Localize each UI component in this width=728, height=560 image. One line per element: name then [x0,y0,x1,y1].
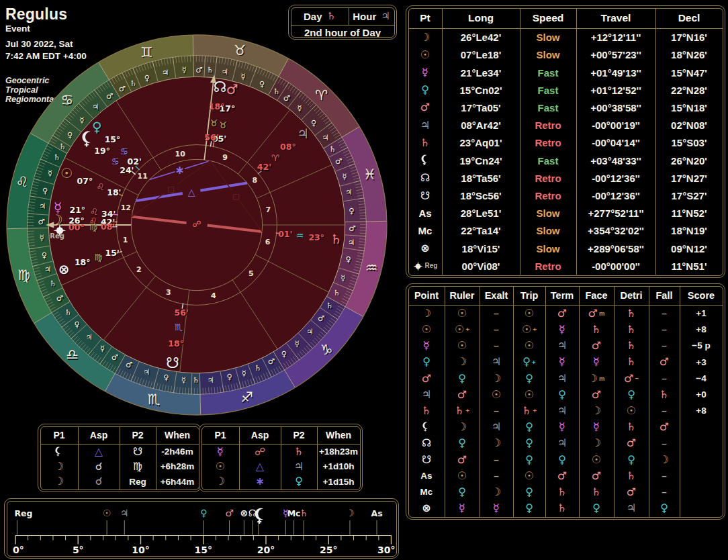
glyph-icon: ☽ [492,373,501,384]
aspect-p1[interactable]: ☿ [202,445,240,459]
speed-value: Fast [520,64,577,81]
aspect-p1[interactable]: ☉ [202,459,240,474]
pt-cell-sun[interactable]: ☉ [409,46,443,64]
label: – [662,487,667,497]
moon-icon: ☽ [422,308,431,319]
pt-cell-jupiter[interactable]: ♃ [409,117,443,134]
dignity-cell: ☉ [580,452,615,468]
declination-value: 18°N26' [656,46,723,64]
aspect-p1[interactable]: ☽ [41,474,79,489]
term-cancer-icon: ☿ [79,115,84,125]
dignity-point-venus[interactable]: ♀ [409,354,445,370]
sun-icon: ☉ [60,165,73,181]
dignity-cell: ♂ [615,484,649,500]
moon-icon: ☽ [420,32,430,43]
term-libra-icon: ☿ [100,344,105,353]
part-of-fortune-icon: ⊗ [58,261,70,277]
term-aries-icon: ♂ [283,93,290,103]
dignity-score: −5 p [680,338,723,354]
longitude-value: 18°Ta56' [443,169,520,187]
positions-header-long: Long [443,9,520,29]
glyph-icon: ♄ [627,340,636,351]
dignity-cell: – [649,306,680,322]
dignity-score [680,500,723,516]
aspect-when: +6h28m [156,459,199,474]
aspect-p1[interactable]: ☽ [202,474,240,489]
speed-value: Fast [520,99,577,116]
dignity-score: +8 [680,403,723,419]
travel-value: -00°12'36'' [577,187,656,204]
dignity-cell: – [649,484,680,500]
glyph-icon: ♂ [624,373,633,384]
glyph-icon: ♂ [557,471,567,481]
dignity-header-point: Point [409,287,445,306]
travel-value: +289°06'58'' [577,240,656,257]
pt-cell-moon[interactable]: ☽ [409,29,443,46]
speed-value: Fast [520,152,577,169]
speed-value: Slow [520,222,577,240]
dignity-point-lilith[interactable] [409,419,445,435]
pt-cell-mars[interactable]: ♂ [409,99,443,116]
label: m [599,375,604,382]
dignity-point-moon[interactable]: ☽ [409,306,445,322]
aspect-when: +1d10h [318,459,360,474]
glyph-icon: ♂ [592,340,601,351]
dignity-point-sun[interactable]: ☉ [409,322,445,338]
dignity-point-jupiter[interactable]: ♃ [409,387,445,403]
minute-label: 34' [101,209,116,219]
aspect-p1[interactable]: ☽ [41,459,79,474]
term-capricorn-icon: ♄ [326,301,333,310]
declination-value: 26°N20' [656,152,723,169]
sign-sagittarius-icon: ♐ [240,389,253,406]
dignity-point-ascendant[interactable]: As [409,468,445,484]
dignity-score: +3 [680,354,723,370]
dignity-cell: ♄ [580,322,615,338]
term-sagittarius-icon: ♀ [227,372,232,381]
label: – [494,471,499,481]
dignity-score: +0 [680,387,723,403]
dignity-point-south-node[interactable]: ☋ [409,452,445,468]
glyph-icon: ☉ [457,340,467,351]
dignity-cell: ♀ [445,435,480,451]
sign-virgo-icon: ♍ [17,267,30,283]
glyph-icon: ☽ [54,476,64,487]
dignity-point-mars[interactable]: ♂ [409,370,445,386]
dignity-cell: ☿ [546,322,580,338]
pt-cell-south-node[interactable]: ☋ [409,187,443,204]
pt-cell-part-of-fortune[interactable]: ⊗ [409,240,443,257]
label: + [533,326,537,333]
sign-gemini-icon: ♊ [140,44,153,60]
glyph-icon: ☽ [216,476,225,487]
pt-cell-mercury[interactable]: ☿ [409,64,443,81]
glyph-icon: ♀ [458,438,466,449]
square-aspect-icon: □ [232,192,239,201]
pt-cell-lilith[interactable] [409,152,443,169]
aspects-header-p1: P1 [202,427,240,445]
dignity-cell: ☉ [615,403,649,419]
pt-cell-north-node[interactable]: ☊ [409,169,443,187]
dignity-cell: ♃ [546,338,580,354]
aspect-glyph: ∗ [240,474,281,489]
term-sagittarius-icon: ♄ [255,363,261,373]
degree-label: 19° [94,146,110,156]
pt-cell-regulus[interactable]: Reg [409,257,443,275]
glyph-icon: ☿ [559,357,565,367]
dignity-point-midheaven[interactable]: Mc [409,484,445,500]
dignity-point-saturn[interactable]: ♄ [409,403,445,419]
pt-cell-saturn[interactable]: ♄ [409,134,443,152]
house-number-6: 6 [265,238,271,246]
term-aries-icon: ♄ [273,87,280,96]
travel-value: -00°00'19'' [577,117,656,134]
pt-cell-midheaven[interactable]: Mc [409,222,443,240]
term-scorpio-icon: ♂ [126,360,132,369]
dignity-point-part-of-fortune[interactable]: ⊗ [409,500,445,516]
term-pisces-icon: ☿ [342,172,347,181]
glyph-icon: ♄ [627,471,636,481]
aspects-panel-1: P1AspP2When△☋-2h46m☽☌♍+6h28m☽☌Reg+6h44m [38,424,201,492]
dignity-point-north-node[interactable]: ☊ [409,435,445,451]
aspect-p1[interactable] [41,445,79,459]
pt-cell-venus[interactable]: ♀ [409,81,443,99]
dignity-point-mercury[interactable]: ☿ [409,338,445,354]
degree-label: 15° [105,134,121,144]
pt-cell-ascendant[interactable]: As [409,205,443,222]
